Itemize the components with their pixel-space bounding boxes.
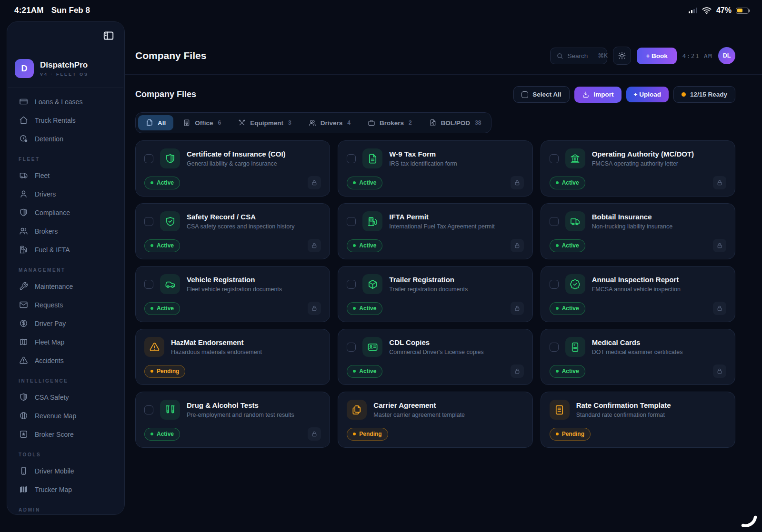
avatar[interactable]: DL <box>718 47 735 64</box>
file-card-medical-cards[interactable]: Medical CardsDOT medical examiner certif… <box>541 329 735 385</box>
file-card-certificate-of-insurance-coi[interactable]: Certificate of Insurance (COI)General li… <box>135 140 330 197</box>
search-input[interactable]: ⌘K <box>550 48 607 64</box>
file-card-w-9-tax-form[interactable]: W-9 Tax FormIRS tax identification formA… <box>338 140 532 197</box>
file-card-safety-record-csa[interactable]: Safety Record / CSACSA safety scores and… <box>135 203 330 259</box>
select-all-button[interactable]: Select All <box>513 86 569 103</box>
search-field[interactable] <box>567 52 594 59</box>
brand-logo: D <box>15 59 34 78</box>
file-card-cdl-copies[interactable]: CDL CopiesCommercial Driver's License co… <box>338 329 532 385</box>
status-badge: Active <box>347 365 382 378</box>
file-checkbox[interactable] <box>550 217 559 226</box>
file-checkbox[interactable] <box>550 280 559 289</box>
wifi-icon <box>702 5 712 16</box>
tab-office[interactable]: Office6 <box>175 115 229 130</box>
tab-count: 4 <box>347 119 351 126</box>
fuel-icon <box>19 245 28 254</box>
sidebar-item-csa-safety[interactable]: CSA Safety <box>13 388 119 406</box>
file-card-hazmat-endorsement[interactable]: HazMat EndorsementHazardous materials en… <box>135 329 330 385</box>
file-card-annual-inspection-report[interactable]: Annual Inspection ReportFMCSA annual veh… <box>541 266 735 322</box>
tab-label: Drivers <box>321 119 343 127</box>
file-title: Certificate of Insurance (COI) <box>187 150 286 158</box>
sidebar-item-detention[interactable]: Detention <box>13 130 119 148</box>
sidebar-item-label: Requests <box>35 301 63 309</box>
shield-icon <box>19 208 28 217</box>
lock-icon <box>311 179 318 186</box>
file-type-tile <box>144 337 164 357</box>
sidebar-item-maintenance[interactable]: Maintenance <box>13 277 119 295</box>
file-card-trailer-registration[interactable]: Trailer RegistrationTrailer registration… <box>338 266 532 322</box>
file-lines-icon <box>554 404 565 415</box>
file-type-tile <box>565 148 585 168</box>
file-checkbox[interactable] <box>347 217 356 226</box>
sidebar-item-label: Truck Rentals <box>35 117 76 124</box>
file-card-carrier-agreement[interactable]: Carrier AgreementMaster carrier agreemen… <box>338 392 532 448</box>
sidebar-item-revenue-map[interactable]: Revenue Map <box>13 407 119 424</box>
file-checkbox[interactable] <box>347 280 356 289</box>
screen: { "status_bar": { "time": "4:21AM", "dat… <box>0 0 762 532</box>
upload-button[interactable]: + Upload <box>626 87 669 102</box>
sidebar-item-loans-leases[interactable]: Loans & Leases <box>13 93 119 110</box>
file-checkbox[interactable] <box>347 343 356 352</box>
building-icon <box>183 119 190 127</box>
theme-toggle-button[interactable] <box>613 47 631 65</box>
sidebar-toggle-button[interactable] <box>100 29 117 45</box>
file-card-drug-alcohol-tests[interactable]: Drug & Alcohol TestsPre-employment and r… <box>135 392 330 448</box>
file-type-tile <box>565 211 585 231</box>
sidebar-item-accidents[interactable]: Accidents <box>13 352 119 369</box>
sidebar-item-drivers[interactable]: Drivers <box>13 185 119 203</box>
file-title: Carrier Agreement <box>373 401 465 409</box>
lock-icon <box>511 302 524 315</box>
sidebar-item-fuel-ifta[interactable]: Fuel & IFTA <box>13 241 119 258</box>
ready-status-button[interactable]: 12/15 Ready <box>673 86 735 103</box>
tools-icon <box>238 119 246 127</box>
file-card-operating-authority-mc-dot[interactable]: Operating Authority (MC/DOT)FMCSA operat… <box>541 140 735 197</box>
file-checkbox[interactable] <box>550 154 559 163</box>
tab-all[interactable]: All <box>138 115 173 130</box>
file-card-rate-confirmation-template[interactable]: Rate Confirmation TemplateStandard rate … <box>541 392 735 448</box>
sidebar-item-label: CSA Safety <box>35 394 69 401</box>
file-type-tile <box>362 148 382 168</box>
tab-label: Equipment <box>250 119 283 127</box>
file-card-vehicle-registration[interactable]: Vehicle RegistrationFleet vehicle regist… <box>135 266 330 322</box>
sidebar-item-broker-score[interactable]: Broker Score <box>13 425 119 443</box>
sidebar-item-label: Revenue Map <box>35 412 76 420</box>
sidebar-item-compliance[interactable]: Compliance <box>13 204 119 221</box>
file-checkbox[interactable] <box>144 217 153 226</box>
import-button[interactable]: Import <box>574 87 622 103</box>
lock-icon <box>713 176 726 189</box>
sidebar: D DispatchPro V4 · FLEET OS Loans & Leas… <box>7 21 125 515</box>
file-type-tile <box>362 274 382 294</box>
sidebar-item-trucker-map[interactable]: Trucker Map <box>13 481 119 498</box>
section-title: Company Files <box>135 89 196 99</box>
file-checkbox[interactable] <box>144 405 153 414</box>
sidebar-item-fleet-map[interactable]: Fleet Map <box>13 333 119 351</box>
file-title: Medical Cards <box>592 338 683 346</box>
book-button[interactable]: + Book <box>637 48 676 64</box>
package-icon <box>367 279 378 290</box>
sidebar-item-requests[interactable]: Requests <box>13 296 119 314</box>
file-title: HazMat Endorsement <box>171 338 262 346</box>
users-icon <box>19 227 28 236</box>
sidebar-item-driver-pay[interactable]: Driver Pay <box>13 315 119 332</box>
status-date: Sun Feb 8 <box>51 6 90 15</box>
tab-bol-pod[interactable]: BOL/POD38 <box>421 115 489 130</box>
file-checkbox[interactable] <box>144 154 153 163</box>
file-checkbox[interactable] <box>144 280 153 289</box>
sidebar-item-brokers[interactable]: Brokers <box>13 222 119 240</box>
file-checkbox[interactable] <box>347 154 356 163</box>
sidebar-item-truck-rentals[interactable]: Truck Rentals <box>13 111 119 129</box>
file-card-ifta-permit[interactable]: IFTA PermitInternational Fuel Tax Agreem… <box>338 203 532 259</box>
status-badge: Pending <box>347 428 388 441</box>
file-text-icon <box>367 153 378 164</box>
sidebar-item-driver-mobile[interactable]: Driver Mobile <box>13 462 119 480</box>
tab-drivers[interactable]: Drivers4 <box>301 115 358 130</box>
status-badge: Active <box>550 239 585 252</box>
file-checkbox[interactable] <box>550 343 559 352</box>
sidebar-item-fleet[interactable]: Fleet <box>13 167 119 184</box>
map-filled-icon <box>19 485 28 494</box>
landmark-icon <box>570 153 581 164</box>
tab-brokers[interactable]: Brokers2 <box>360 115 420 130</box>
file-type-tile <box>160 148 180 168</box>
tab-equipment[interactable]: Equipment3 <box>231 115 299 130</box>
file-card-bobtail-insurance[interactable]: Bobtail InsuranceNon-trucking liability … <box>541 203 735 259</box>
